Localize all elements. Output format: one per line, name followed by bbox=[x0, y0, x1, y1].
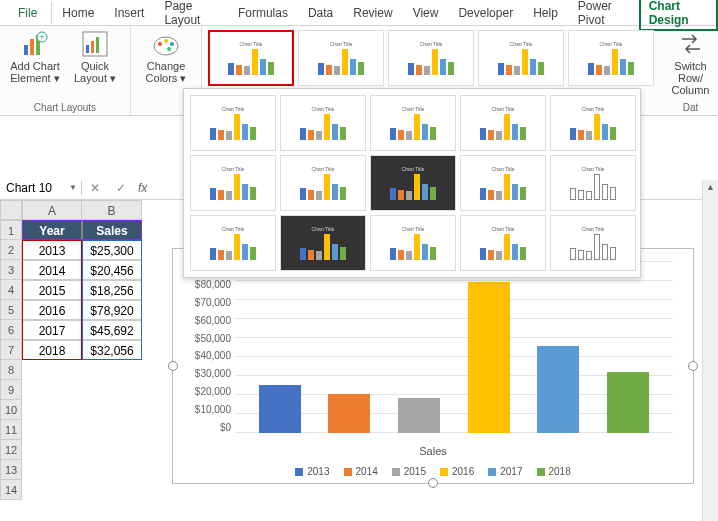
svg-rect-6 bbox=[86, 45, 89, 53]
chart-style-option[interactable]: Chart Title bbox=[550, 95, 636, 151]
table-cell[interactable]: 2017 bbox=[22, 320, 82, 340]
palette-icon bbox=[152, 30, 180, 58]
tab-insert[interactable]: Insert bbox=[104, 2, 154, 24]
table-cell[interactable]: $78,920 bbox=[82, 300, 142, 320]
column-header[interactable]: B bbox=[82, 200, 142, 220]
name-box[interactable]: Chart 10▼ bbox=[0, 181, 82, 195]
fx-icon[interactable]: fx bbox=[134, 181, 147, 195]
chart-style-option[interactable]: Chart Title bbox=[190, 215, 276, 271]
ribbon-tabs: File Home Insert Page Layout Formulas Da… bbox=[0, 0, 718, 26]
tab-home[interactable]: Home bbox=[52, 2, 104, 24]
chart-style-option[interactable]: Chart Title bbox=[280, 215, 366, 271]
tab-developer[interactable]: Developer bbox=[448, 2, 523, 24]
chart-style-option[interactable]: Chart Title bbox=[370, 215, 456, 271]
legend-item[interactable]: 2016 bbox=[440, 466, 474, 477]
table-cell[interactable]: $20,456 bbox=[82, 260, 142, 280]
chart-x-axis-title: Sales bbox=[173, 445, 693, 457]
row-header[interactable]: 1 bbox=[0, 220, 22, 240]
row-header[interactable]: 4 bbox=[0, 280, 22, 300]
legend-item[interactable]: 2015 bbox=[392, 466, 426, 477]
chart-styles-dropdown[interactable]: Chart TitleChart TitleChart TitleChart T… bbox=[183, 88, 641, 278]
embedded-chart[interactable]: $0$10,000$20,000$30,000$40,000$50,000$60… bbox=[172, 248, 694, 484]
chart-style-option[interactable]: Chart Title bbox=[370, 95, 456, 151]
svg-rect-1 bbox=[30, 39, 34, 55]
table-header-cell[interactable]: Sales bbox=[82, 220, 142, 240]
tab-data[interactable]: Data bbox=[298, 2, 343, 24]
tab-help[interactable]: Help bbox=[523, 2, 568, 24]
tab-view[interactable]: View bbox=[403, 2, 449, 24]
chart-resize-handle[interactable] bbox=[168, 361, 178, 371]
chart-resize-handle[interactable] bbox=[428, 478, 438, 488]
svg-rect-8 bbox=[96, 37, 99, 53]
table-cell[interactable]: $25,300 bbox=[82, 240, 142, 260]
legend-item[interactable]: 2017 bbox=[488, 466, 522, 477]
chart-y-axis: $0$10,000$20,000$30,000$40,000$50,000$60… bbox=[181, 261, 231, 433]
row-header[interactable]: 5 bbox=[0, 300, 22, 320]
chart-bar[interactable] bbox=[328, 394, 370, 433]
chart-bar[interactable] bbox=[398, 398, 440, 433]
table-cell[interactable]: 2015 bbox=[22, 280, 82, 300]
row-header[interactable]: 8 bbox=[0, 360, 22, 380]
row-header[interactable]: 11 bbox=[0, 420, 22, 440]
chart-bar[interactable] bbox=[468, 282, 510, 433]
scroll-up-icon[interactable]: ▲ bbox=[703, 180, 718, 194]
table-cell[interactable]: $32,056 bbox=[82, 340, 142, 360]
chart-style-option[interactable]: Chart Title bbox=[388, 30, 474, 86]
switch-row-column-button[interactable]: Switch Row/ Column bbox=[668, 30, 713, 96]
chart-style-option[interactable]: Chart Title bbox=[190, 95, 276, 151]
row-header[interactable]: 7 bbox=[0, 340, 22, 360]
svg-point-12 bbox=[170, 42, 174, 46]
tab-formulas[interactable]: Formulas bbox=[228, 2, 298, 24]
table-cell[interactable]: 2014 bbox=[22, 260, 82, 280]
chart-plot-area[interactable] bbox=[235, 261, 673, 433]
svg-rect-7 bbox=[91, 41, 94, 53]
chart-style-option[interactable]: Chart Title bbox=[460, 215, 546, 271]
vertical-scrollbar[interactable]: ▲ bbox=[702, 180, 718, 521]
chart-bar[interactable] bbox=[607, 372, 649, 433]
table-cell[interactable]: 2013 bbox=[22, 240, 82, 260]
chart-style-option[interactable]: Chart Title bbox=[280, 155, 366, 211]
chart-style-option[interactable]: Chart Title bbox=[208, 30, 294, 86]
row-header[interactable]: 9 bbox=[0, 380, 22, 400]
formula-accept-icon: ✓ bbox=[108, 181, 134, 195]
legend-item[interactable]: 2013 bbox=[295, 466, 329, 477]
table-cell[interactable]: $45,692 bbox=[82, 320, 142, 340]
row-header[interactable]: 6 bbox=[0, 320, 22, 340]
column-header[interactable]: A bbox=[22, 200, 82, 220]
select-all-corner[interactable] bbox=[0, 200, 22, 220]
chart-resize-handle[interactable] bbox=[688, 361, 698, 371]
chart-style-option[interactable]: Chart Title bbox=[460, 155, 546, 211]
table-cell[interactable]: 2018 bbox=[22, 340, 82, 360]
tab-review[interactable]: Review bbox=[343, 2, 402, 24]
chart-bar[interactable] bbox=[259, 385, 301, 433]
row-header[interactable]: 3 bbox=[0, 260, 22, 280]
chart-style-option[interactable]: Chart Title bbox=[550, 215, 636, 271]
quick-layout-button[interactable]: Quick Layout ▾ bbox=[68, 30, 122, 84]
group-data: Switch Row/ Column Dat bbox=[660, 26, 718, 115]
change-colors-button[interactable]: Change Colors ▾ bbox=[139, 30, 193, 84]
svg-text:+: + bbox=[39, 32, 44, 42]
chart-style-option[interactable]: Chart Title bbox=[280, 95, 366, 151]
legend-item[interactable]: 2014 bbox=[344, 466, 378, 477]
chart-style-option[interactable]: Chart Title bbox=[568, 30, 654, 86]
tab-file[interactable]: File bbox=[8, 2, 52, 24]
row-header[interactable]: 10 bbox=[0, 400, 22, 420]
group-chart-layouts: + Add Chart Element ▾ Quick Layout ▾ Cha… bbox=[0, 26, 131, 115]
legend-item[interactable]: 2018 bbox=[537, 466, 571, 477]
chart-style-option[interactable]: Chart Title bbox=[478, 30, 564, 86]
chart-style-option[interactable]: Chart Title bbox=[460, 95, 546, 151]
chart-style-option[interactable]: Chart Title bbox=[370, 155, 456, 211]
row-header[interactable]: 13 bbox=[0, 460, 22, 480]
chart-bar[interactable] bbox=[537, 346, 579, 433]
row-header[interactable]: 2 bbox=[0, 240, 22, 260]
row-header[interactable]: 12 bbox=[0, 440, 22, 460]
row-header[interactable]: 14 bbox=[0, 480, 22, 500]
table-cell[interactable]: $18,256 bbox=[82, 280, 142, 300]
table-cell[interactable]: 2016 bbox=[22, 300, 82, 320]
chart-style-option[interactable]: Chart Title bbox=[550, 155, 636, 211]
add-chart-element-button[interactable]: + Add Chart Element ▾ bbox=[8, 30, 62, 84]
chart-legend[interactable]: 201320142015201620172018 bbox=[173, 466, 693, 477]
table-header-cell[interactable]: Year bbox=[22, 220, 82, 240]
chart-style-option[interactable]: Chart Title bbox=[190, 155, 276, 211]
chart-style-option[interactable]: Chart Title bbox=[298, 30, 384, 86]
